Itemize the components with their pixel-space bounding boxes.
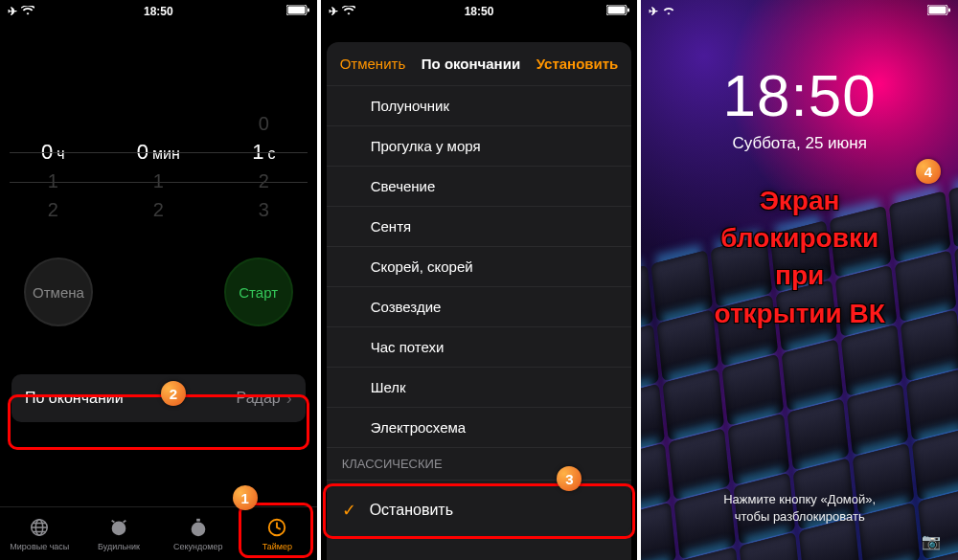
timer-icon — [266, 517, 287, 540]
sound-option[interactable]: Свечение — [327, 167, 632, 207]
tab-world-clock[interactable]: Мировые часы — [0, 507, 80, 560]
sound-option[interactable]: Сентя — [327, 207, 632, 247]
svg-point-5 — [112, 521, 126, 535]
sound-option[interactable]: Классические — [327, 448, 632, 481]
status-time: 18:50 — [0, 5, 317, 18]
stopwatch-icon — [188, 517, 209, 540]
svg-point-6 — [191, 522, 205, 536]
sound-option[interactable]: Шелк — [327, 368, 632, 408]
tab-alarm[interactable]: Будильник — [80, 507, 159, 560]
tab-bar: Мировые часы Будильник Секундомер Таймер — [0, 506, 317, 560]
alarm-icon — [108, 517, 129, 540]
status-bar: ✈ — [641, 0, 958, 23]
sound-option[interactable]: Прогулка у моря — [327, 126, 632, 167]
picker-hours[interactable]: 0ч 1 2 — [14, 109, 91, 224]
chevron-right-icon: › — [286, 389, 292, 409]
picker-minutes[interactable]: 0мин 1 2 — [120, 109, 196, 224]
lockscreen-time: 18:50 — [641, 61, 958, 129]
unlock-hint: Нажмите кнопку «Домой», чтобы разблокиро… — [641, 491, 958, 526]
stop-label: Остановить — [370, 502, 453, 519]
globe-icon — [29, 517, 50, 540]
modal-title: По окончании — [422, 56, 520, 72]
svg-rect-7 — [196, 518, 200, 521]
tab-timer[interactable]: Таймер — [238, 507, 317, 560]
time-picker[interactable]: 0ч 1 2 0мин 1 2 0 1с 2 3 — [0, 100, 317, 234]
when-timer-ends-row[interactable]: По окончании Радар› — [11, 374, 306, 422]
picker-seconds[interactable]: 0 1с 2 3 — [225, 109, 302, 224]
camera-icon[interactable]: 📷 — [922, 532, 941, 550]
sound-option[interactable]: Созвездие — [327, 287, 632, 327]
status-bar: ✈ 18:50 — [321, 0, 638, 23]
status-bar: ✈ 18:50 — [0, 0, 317, 23]
modal-set-button[interactable]: Установить — [536, 56, 619, 72]
sound-picker-modal: Отменить По окончании Установить Полуноч… — [327, 42, 632, 560]
cancel-button[interactable]: Отмена — [24, 258, 93, 326]
step-marker-2: 2 — [161, 381, 186, 406]
status-time: 18:50 — [321, 5, 638, 18]
screen-sound-picker: ✈ 18:50 Отменить По окончании Установить… — [321, 0, 638, 560]
sound-option[interactable]: Скорей, скорей — [327, 247, 632, 287]
sound-option[interactable]: Полуночник — [327, 86, 632, 126]
modal-cancel-button[interactable]: Отменить — [340, 56, 406, 72]
screen-lockscreen: ✈ 18:50 Суббота, 25 июня Экран блокировк… — [641, 0, 958, 560]
sounds-list[interactable]: ПолуночникПрогулка у моряСвечениеСентяСк… — [327, 86, 632, 481]
annotation-caption: Экран блокировки при открытии ВК — [641, 182, 958, 332]
check-icon: ✓ — [342, 500, 356, 521]
screen-timer: ✈ 18:50 0ч 1 2 0мин 1 2 0 1с 2 3 Отмен — [0, 0, 317, 560]
sound-option[interactable]: Электросхема — [327, 408, 632, 448]
step-marker-4: 4 — [916, 159, 941, 184]
sound-option[interactable]: Час потехи — [327, 327, 632, 368]
end-label: По окончании — [25, 390, 124, 407]
tab-stopwatch[interactable]: Секундомер — [158, 507, 238, 560]
stop-playing-row[interactable]: ✓ Остановить — [327, 487, 632, 533]
start-button[interactable]: Старт — [224, 258, 293, 326]
lockscreen-date: Суббота, 25 июня — [641, 134, 958, 153]
step-marker-1: 1 — [233, 485, 258, 510]
end-value: Радар› — [237, 389, 292, 409]
